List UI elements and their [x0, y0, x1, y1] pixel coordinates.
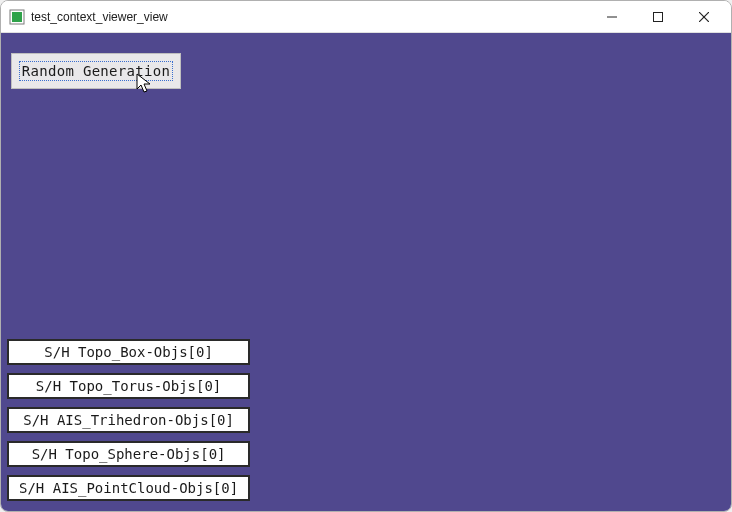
app-window: test_context_viewer_view Random Generati… [0, 0, 732, 512]
window-title: test_context_viewer_view [31, 10, 589, 24]
maximize-button[interactable] [635, 2, 681, 32]
minimize-button[interactable] [589, 2, 635, 32]
toggle-ais-trihedron[interactable]: S/H AIS_Trihedron-Objs[0] [7, 407, 250, 433]
viewport[interactable]: Random Generation S/H Topo_Box-Objs[0] S… [1, 33, 731, 511]
toggle-topo-box[interactable]: S/H Topo_Box-Objs[0] [7, 339, 250, 365]
titlebar[interactable]: test_context_viewer_view [1, 1, 731, 33]
random-generation-button[interactable]: Random Generation [11, 53, 181, 89]
close-button[interactable] [681, 2, 727, 32]
svg-rect-1 [12, 12, 22, 22]
svg-rect-3 [654, 12, 663, 21]
random-generation-label: Random Generation [19, 61, 173, 81]
app-icon [9, 9, 25, 25]
toggle-ais-pointcloud[interactable]: S/H AIS_PointCloud-Objs[0] [7, 475, 250, 501]
toggle-topo-torus[interactable]: S/H Topo_Torus-Objs[0] [7, 373, 250, 399]
toggle-topo-sphere[interactable]: S/H Topo_Sphere-Objs[0] [7, 441, 250, 467]
object-toggle-stack: S/H Topo_Box-Objs[0] S/H Topo_Torus-Objs… [7, 339, 250, 501]
